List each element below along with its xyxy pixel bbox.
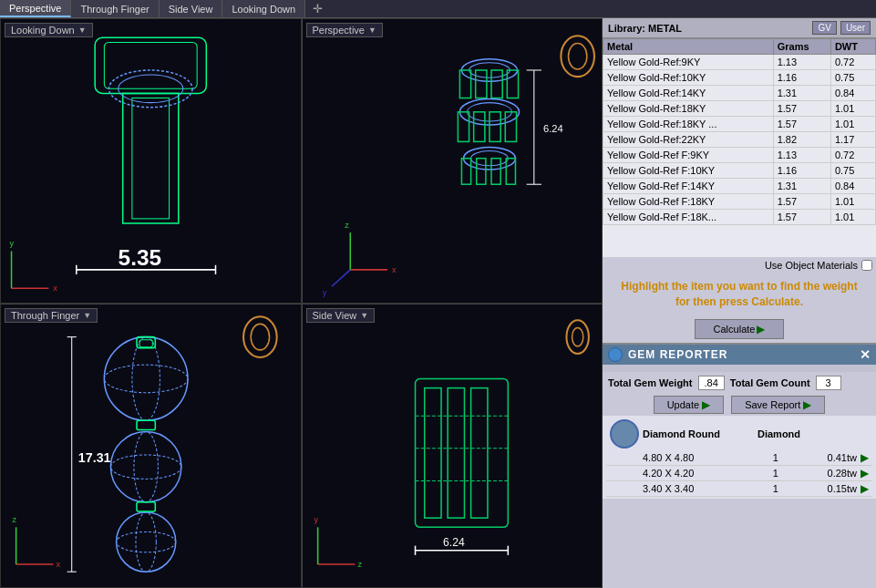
metal-grams: 1.16 [773,163,830,179]
metal-dwt: 0.84 [830,179,875,194]
viewport-through-finger[interactable]: Through Finger ▼ x z [0,304,302,589]
metal-grams: 1.13 [773,55,830,70]
metal-table-row[interactable]: Yellow Gold-Ref F:18K... 1.57 1.01 [603,210,876,225]
metal-table: Metal Grams DWT Yellow Gold-Ref:9KY 1.13… [603,38,876,225]
svg-text:17.31: 17.31 [78,450,111,465]
calculate-button[interactable]: Calculate ▶ [695,319,785,339]
use-obj-label: Use Object Materials [765,260,858,271]
svg-text:z: z [345,221,349,230]
main-layout: Looking Down ▼ x y [0,18,876,588]
gem-row-arrow-icon[interactable]: ▶ [861,451,869,464]
gem-row[interactable]: 3.40 X 3.40 1 0.15tw ▶ [606,481,872,497]
metal-table-row[interactable]: Yellow Gold-Ref F:18KY 1.57 1.01 [603,194,876,210]
svg-text:x: x [392,265,397,274]
viewport-label-side-view[interactable]: Side View ▼ [306,308,376,323]
metal-dwt: 0.75 [830,163,875,179]
metal-table-container: Metal Grams DWT Yellow Gold-Ref:9KY 1.13… [603,38,876,257]
gem-row[interactable]: 4.80 X 4.80 1 0.41tw ▶ [606,450,872,466]
gem-table-header: Diamond Round Diamond [606,418,872,450]
metal-table-row[interactable]: Yellow Gold-Ref:9KY 1.13 0.72 [603,55,876,70]
metal-grams: 1.31 [773,86,830,101]
svg-text:z: z [13,515,17,524]
metal-dwt: 1.17 [830,132,875,148]
gv-button[interactable]: GV [812,21,836,35]
metal-name: Yellow Gold-Ref:22KY [603,132,774,148]
gem-row-arrow-icon[interactable]: ▶ [861,467,869,480]
col-dwt: DWT [830,39,875,55]
metal-table-row[interactable]: Yellow Gold-Ref:18KY 1.57 1.01 [603,101,876,117]
total-gem-count-label: Total Gem Count [730,377,810,388]
tab-perspective[interactable]: Perspective [0,0,71,17]
gem-rows: 4.80 X 4.80 1 0.41tw ▶ 4.20 X 4.20 1 0.2… [606,450,872,497]
move-icon[interactable]: ✛ [305,0,330,17]
viewport-perspective[interactable]: Perspective ▼ x z y [302,18,603,304]
gem-row-arrow-icon[interactable]: ▶ [861,482,869,495]
svg-text:z: z [357,560,362,569]
metal-grams: 1.16 [773,70,830,86]
dropdown-arrow-br: ▼ [360,311,368,320]
metal-table-row[interactable]: Yellow Gold-Ref:14KY 1.31 0.84 [603,86,876,101]
viewport-label-looking-down[interactable]: Looking Down ▼ [5,23,93,37]
gem-reporter-header: GEM REPORTER ✕ [603,345,876,365]
gem-actions-row: Update ▶ Save Report ▶ [603,394,876,416]
gem-count: 1 [750,452,802,463]
gem-icon [608,347,623,362]
metal-dwt: 0.72 [830,148,875,163]
total-gem-weight-label: Total Gem Weight [608,377,693,388]
metal-grams: 1.13 [773,148,830,163]
update-button[interactable]: Update ▶ [654,396,724,414]
gem-count: 1 [750,483,802,494]
metal-name: Yellow Gold-Ref F:9KY [603,148,774,163]
calculate-row: Calculate ▶ [603,315,876,343]
viewports-area: Looking Down ▼ x y [0,18,603,588]
metal-name: Yellow Gold-Ref F:18K... [603,210,774,225]
top-tab-bar: Perspective Through Finger Side View Loo… [0,0,876,18]
gem-reporter-title: GEM REPORTER [628,348,854,361]
tab-through-finger[interactable]: Through Finger [71,0,159,17]
metal-table-row[interactable]: Yellow Gold-Ref:22KY 1.82 1.17 [603,132,876,148]
metal-dwt: 1.01 [830,117,875,132]
right-panel: Library: METAL GV User Metal Grams DWT Y… [603,18,876,588]
total-gem-weight-value: .84 [698,376,725,390]
gem-reporter-close-button[interactable]: ✕ [860,347,871,362]
svg-text:y: y [10,239,15,248]
metal-table-row[interactable]: Yellow Gold-Ref F:10KY 1.16 0.75 [603,163,876,179]
gem-row[interactable]: 4.20 X 4.20 1 0.28tw ▶ [606,466,872,481]
metal-dwt: 1.01 [830,101,875,117]
update-arrow-icon: ▶ [702,398,710,411]
viewport-looking-down[interactable]: Looking Down ▼ x y [0,18,302,304]
gem-col-name: Diamond Round [643,428,754,439]
metal-name: Yellow Gold-Ref F:14KY [603,179,774,194]
highlight-text: Highlight the item you want to find the … [603,273,876,315]
metal-table-row[interactable]: Yellow Gold-Ref:10KY 1.16 0.75 [603,70,876,86]
metal-table-row[interactable]: Yellow Gold-Ref F:9KY 1.13 0.72 [603,148,876,163]
user-button[interactable]: User [840,21,871,35]
metal-dwt: 0.72 [830,55,875,70]
gem-size: 3.40 X 3.40 [643,483,747,494]
svg-text:5.35: 5.35 [119,245,162,270]
gem-size: 4.20 X 4.20 [643,468,747,479]
use-object-materials-row: Use Object Materials [603,257,876,273]
tab-looking-down[interactable]: Looking Down [222,0,305,17]
gem-weight: 0.28tw [805,468,857,479]
library-header: Library: METAL GV User [603,18,876,38]
svg-text:x: x [56,560,60,569]
viewport-side-view[interactable]: Side View ▼ z y [302,304,603,589]
viewport-label-perspective[interactable]: Perspective ▼ [306,23,383,37]
metal-grams: 1.57 [773,101,830,117]
gem-weight: 0.15tw [805,483,857,494]
col-grams: Grams [773,39,830,55]
metal-dwt: 1.01 [830,210,875,225]
gem-col-type: Diamond [757,428,869,439]
total-gem-count-value: 3 [816,376,841,390]
use-obj-checkbox[interactable] [861,260,872,271]
metal-table-row[interactable]: Yellow Gold-Ref:18KY ... 1.57 1.01 [603,117,876,132]
gem-scroll-area[interactable] [603,365,876,372]
viewport-label-through-finger[interactable]: Through Finger ▼ [5,308,98,323]
save-report-button[interactable]: Save Report ▶ [731,396,825,414]
gem-col-headers: Diamond Round Diamond [643,428,869,439]
metal-name: Yellow Gold-Ref F:18KY [603,194,774,210]
metal-name: Yellow Gold-Ref:18KY ... [603,117,774,132]
metal-table-row[interactable]: Yellow Gold-Ref F:14KY 1.31 0.84 [603,179,876,194]
tab-side-view[interactable]: Side View [160,0,223,17]
